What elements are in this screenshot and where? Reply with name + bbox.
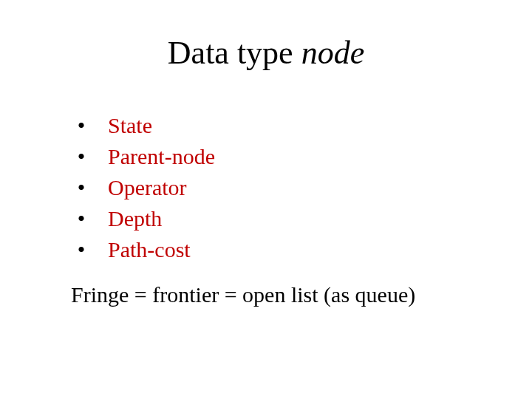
list-item: Operator	[108, 173, 215, 202]
slide: Data type node • State • Parent-node • O…	[0, 0, 532, 399]
slide-title: Data type node	[0, 35, 532, 71]
bullet-icon: •	[71, 204, 92, 233]
bullet-icon: •	[71, 111, 92, 140]
title-italic: node	[301, 35, 365, 71]
list-item: Parent-node	[108, 142, 215, 171]
footer-text: Fringe = frontier = open list (as queue)	[71, 282, 415, 307]
bullet-icon: •	[71, 235, 92, 264]
list-item: Path-cost	[108, 235, 215, 264]
body: • State • Parent-node • Operator • Depth…	[71, 111, 215, 264]
bullet-list: • State • Parent-node • Operator • Depth…	[71, 111, 215, 264]
bullet-icon: •	[71, 142, 92, 171]
list-item: State	[108, 111, 215, 140]
title-text: Data type	[168, 35, 301, 71]
bullet-icon: •	[71, 173, 92, 202]
list-item: Depth	[108, 204, 215, 233]
